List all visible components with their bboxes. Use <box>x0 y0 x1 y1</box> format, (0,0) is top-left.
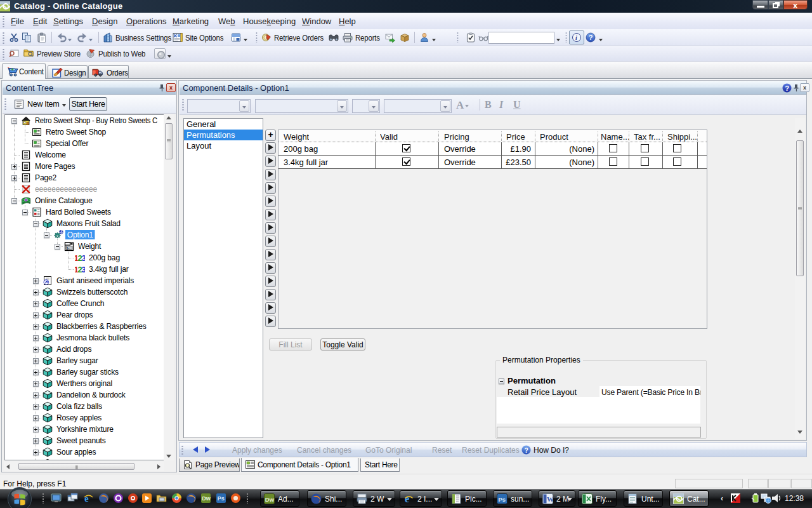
svg-text:e: e <box>405 493 409 504</box>
svg-text:1-: 1- <box>67 246 70 250</box>
svg-text:Dw: Dw <box>265 496 275 503</box>
svg-text:Dw: Dw <box>202 495 211 502</box>
svg-text:123: 123 <box>75 253 85 263</box>
svg-text:Ps: Ps <box>218 495 225 502</box>
svg-text:i: i <box>575 34 577 41</box>
svg-text:Ps: Ps <box>499 496 506 503</box>
svg-text:?: ? <box>524 447 528 454</box>
svg-text:?: ? <box>589 34 593 41</box>
svg-text:W: W <box>547 495 553 503</box>
svg-text:123: 123 <box>75 265 85 274</box>
svg-text:?: ? <box>785 84 789 92</box>
